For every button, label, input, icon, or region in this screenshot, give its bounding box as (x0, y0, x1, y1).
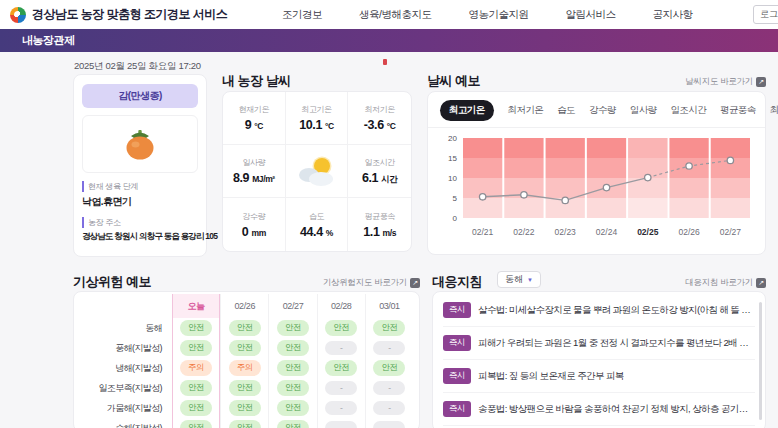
risk-header-col-2: 02/27 (268, 294, 316, 318)
risk-status-badge: 안전 (277, 380, 309, 396)
nav-item-1[interactable]: 생육/병해충지도 (359, 8, 431, 22)
nav-item-3[interactable]: 알림서비스 (565, 8, 615, 22)
risk-row-2: 냉해(지발성)주의주의안전안전안전 (80, 358, 413, 378)
brand[interactable]: 경상남도 농장 맞춤형 조기경보 서비스 (10, 0, 227, 29)
guideline-item-1[interactable]: 즉시피해가 우려되는 과원은 1월 중 전정 시 결과모지수를 평년보다 2배 … (443, 327, 755, 360)
risk-cell: - (317, 378, 365, 398)
svg-text:02/25: 02/25 (637, 227, 659, 237)
risk-status-badge: 주의 (180, 360, 212, 376)
weather-value: 1.1 m/s (363, 225, 396, 239)
forecast-tab-6[interactable]: 평균풍속 (720, 104, 756, 117)
forecast-line-chart: 2015105002/2102/2202/2302/2402/2502/2602… (436, 132, 757, 248)
svg-text:10: 10 (448, 174, 457, 183)
risk-cell: 안전 (172, 338, 220, 358)
risk-cell: 주의 (220, 358, 268, 378)
weather-icon-cell (286, 145, 349, 198)
growth-stage-label: 현재 생육 단계 (82, 181, 198, 192)
weather-label: 일사량 (242, 157, 265, 168)
svg-text:0: 0 (453, 214, 458, 223)
farm-info-card: 감(만생종) 현재 생육 단계 낙엽.휴면기 농장 주소 경상남도 창원시 의창… (73, 74, 207, 257)
persimmon-icon (120, 123, 160, 165)
risk-status-badge: 주의 (229, 360, 261, 376)
forecast-tab-2[interactable]: 습도 (557, 104, 575, 117)
external-link-icon: ↗ (410, 278, 420, 288)
risk-cell: 안전 (220, 338, 268, 358)
guideline-item-2[interactable]: 즉시피복법: 짚 등의 보온재로 주간부 피복 (443, 360, 755, 393)
risk-row-label: 풍해(지발성) (115, 342, 162, 355)
risk-cell: 안전 (317, 358, 365, 378)
risk-cell: 안전 (172, 398, 220, 418)
risk-row-label: 일조부족(지발성) (98, 382, 162, 395)
subnav-bar: 내농장관제 (0, 29, 778, 52)
risk-status-badge: 안전 (277, 400, 309, 416)
guidelines-card: 즉시살수법: 미세살수장치로 물을 뿌려 과원의 온도하강 방지(아침 해 뜰 … (432, 291, 766, 428)
forecast-tab-4[interactable]: 일사량 (630, 104, 657, 117)
risk-cell: 안전 (268, 398, 316, 418)
nav-item-2[interactable]: 영농기술지원 (468, 8, 528, 22)
risk-status-badge: - (325, 421, 357, 428)
risk-status-badge: 안전 (229, 340, 261, 356)
risk-status-badge: 안전 (180, 340, 212, 356)
forecast-tab-3[interactable]: 강수량 (589, 104, 616, 117)
svg-text:02/26: 02/26 (678, 227, 700, 237)
risk-cell: 안전 (268, 378, 316, 398)
risk-status-badge: - (373, 341, 405, 355)
risk-status-badge: 안전 (325, 320, 357, 336)
gyeongnam-logo-icon (10, 7, 26, 23)
weather-label: 평균풍속 (364, 211, 394, 222)
weather-cell-강수량: 강수량0 mm (223, 198, 286, 251)
weather-cell-평균풍속: 평균풍속1.1 m/s (348, 198, 411, 251)
svg-text:02/24: 02/24 (596, 227, 618, 237)
svg-text:02/21: 02/21 (472, 227, 494, 237)
top-header: 경상남도 농장 맞춤형 조기경보 서비스 조기경보생육/병해충지도영농기술지원알… (0, 0, 778, 29)
external-link-icon: ↗ (756, 278, 766, 288)
risk-cell: - (365, 398, 413, 418)
risk-row-label: 냉해(지발성) (115, 362, 162, 375)
risk-status-badge: - (325, 341, 357, 355)
forecast-tab-1[interactable]: 최저기온 (508, 104, 544, 117)
guideline-item-3[interactable]: 즉시송풍법: 방상팬으로 바람을 송풍하여 찬공기 정체 방지, 상하층 공기혼… (443, 393, 755, 426)
forecast-tab-7[interactable]: 최고풍속 (770, 104, 778, 117)
risk-table-card: 오늘02/2602/2702/2803/01동해안전안전안전안전안전풍해(지발성… (73, 291, 420, 428)
nav-item-4[interactable]: 공지사항 (652, 8, 692, 22)
risk-map-link[interactable]: 기상위험지도 바로가기 ↗ (0, 277, 420, 289)
risk-cell: 주의 (172, 358, 220, 378)
svg-text:5: 5 (453, 194, 458, 203)
risk-cell: 안전 (268, 338, 316, 358)
nav-item-0[interactable]: 조기경보 (282, 8, 322, 22)
guideline-text: 송풍법: 방상팬으로 바람을 송풍하여 찬공기 정체 방지, 상하층 공기혼합으… (478, 403, 755, 416)
guideline-tag-badge: 즉시 (443, 401, 471, 417)
risk-status-badge: 안전 (277, 320, 309, 336)
external-link-icon: ↗ (756, 77, 766, 87)
growth-stage-value: 낙엽.휴면기 (82, 195, 198, 209)
risk-cell: 안전 (268, 418, 316, 428)
weather-cell-최저기온: 최저기온-3.6 °C (348, 92, 411, 145)
risk-status-badge: - (325, 401, 357, 415)
guidelines-link[interactable]: 대응지침 바로가기 ↗ (446, 277, 766, 289)
risk-status-badge: 안전 (229, 320, 261, 336)
login-button[interactable]: 로그인 (753, 5, 778, 24)
risk-status-badge: 안전 (180, 380, 212, 396)
forecast-tab-0[interactable]: 최고기온 (440, 100, 494, 121)
guideline-item-0[interactable]: 즉시살수법: 미세살수장치로 물을 뿌려 과원의 온도하강 방지(아침 해 뜰 … (443, 294, 755, 327)
guideline-list: 즉시살수법: 미세살수장치로 물을 뿌려 과원의 온도하강 방지(아침 해 뜰 … (443, 294, 755, 428)
risk-row-label: 가뭄해(지발성) (107, 402, 162, 415)
risk-header-col-1: 02/26 (220, 294, 268, 318)
early-warning-dashboard: 경상남도 농장 맞춤형 조기경보 서비스 조기경보생육/병해충지도영농기술지원알… (0, 0, 778, 428)
risk-status-badge: 안전 (229, 380, 261, 396)
risk-status-badge: - (373, 421, 405, 428)
weather-map-link[interactable]: 날씨지도 바로가기 ↗ (0, 76, 766, 88)
weather-cell-현재기온: 현재기온9 °C (223, 92, 286, 145)
risk-cell: - (317, 398, 365, 418)
risk-cell: 안전 (365, 358, 413, 378)
risk-status-badge: 안전 (180, 400, 212, 416)
risk-cell: 안전 (220, 398, 268, 418)
risk-row-5: 습해(지발성)안전안전안전-- (80, 418, 413, 428)
farm-address-value: 경상남도 창원시 의창구 동읍 용강리 105 (82, 231, 198, 243)
risk-cell: 안전 (365, 318, 413, 338)
forecast-card: 최고기온최저기온습도강수량일사량일조시간평균풍속최고풍속 2015105002/… (427, 91, 766, 255)
main-nav: 조기경보생육/병해충지도영농기술지원알림서비스공지사항 (282, 0, 692, 29)
forecast-tab-5[interactable]: 일조시간 (670, 104, 706, 117)
scrollbar-thumb[interactable] (759, 302, 762, 420)
risk-cell: 안전 (172, 418, 220, 428)
